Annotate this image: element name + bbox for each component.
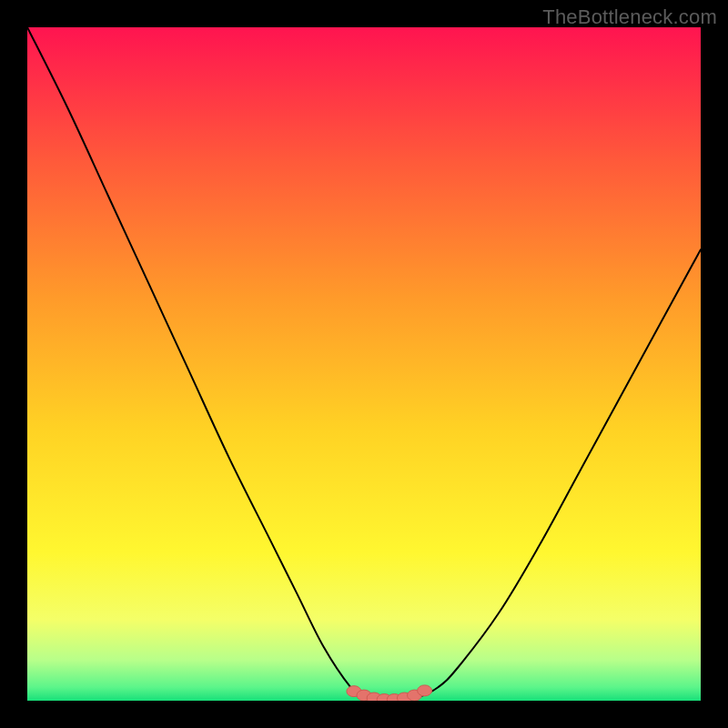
bottleneck-chart bbox=[27, 27, 701, 701]
gradient-background bbox=[27, 27, 701, 701]
watermark-text: TheBottleneck.com bbox=[542, 5, 717, 29]
chart-frame: TheBottleneck.com bbox=[0, 0, 728, 728]
plot-area bbox=[27, 27, 701, 701]
trough-marker bbox=[418, 685, 432, 696]
